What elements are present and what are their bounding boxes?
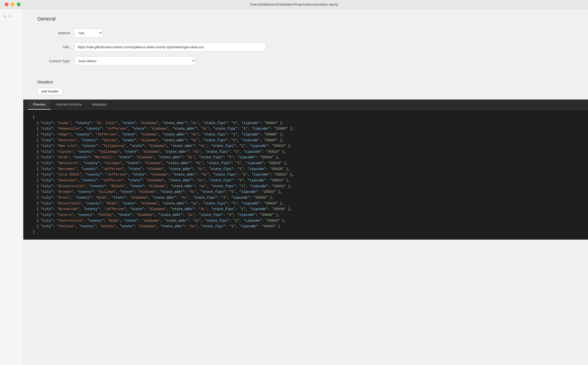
method-select[interactable]: Get Post Put Delete Patch [75,28,103,37]
url-row: URL [37,42,574,51]
window-controls [5,3,21,6]
search-icon[interactable]: ⌕ [4,14,6,18]
main-content: General Method Get Post Put Delete Patch… [23,9,588,365]
minimize-button[interactable] [11,3,14,6]
sidebar-top: ⌕ › [0,12,23,20]
content-type-select[interactable]: Auto-detect application/json text/csv te… [75,56,196,65]
chevron-right-icon[interactable]: › [9,14,10,18]
sidebar: ⌕ › [0,9,23,365]
preview-area: [ { "city": "Acmar", "county": "St. Clai… [23,110,588,240]
tab-metadata[interactable]: Metadata [87,99,111,110]
form-section: General Method Get Post Put Delete Patch… [23,9,588,77]
headers-title: Headers [37,80,574,84]
close-button[interactable] [5,3,8,6]
section-title: General [37,16,574,22]
maximize-button[interactable] [17,3,21,6]
window-title: /Users/philipeaton/DataStationProjects/d… [250,3,338,6]
titlebar: /Users/philipeaton/DataStationProjects/d… [0,0,588,9]
url-input[interactable] [75,42,266,51]
tab-preview[interactable]: Preview [28,99,51,110]
content-type-label: Content Type [37,59,75,63]
method-label: Method [37,31,75,35]
app-container: ⌕ › General Method Get Post Put Delete P… [0,9,588,365]
content-type-control: Auto-detect application/json text/csv te… [75,56,266,65]
tabs-bar: Preview Inferred Schema Metadata [23,99,588,110]
url-label: URL [37,45,75,49]
method-control: Get Post Put Delete Patch [75,28,266,37]
headers-section: Headers Add Header [23,77,588,99]
tab-inferred-schema[interactable]: Inferred Schema [51,99,87,110]
method-row: Method Get Post Put Delete Patch [37,28,574,37]
content-type-row: Content Type Auto-detect application/jso… [37,56,574,65]
add-header-button[interactable]: Add Header [37,88,63,95]
url-control [75,42,266,51]
